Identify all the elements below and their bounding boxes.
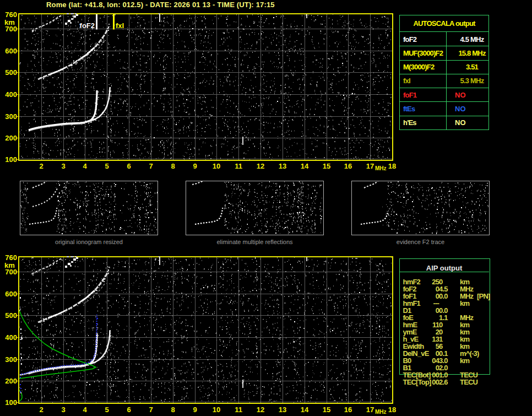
svg-text:foF2: foF2 [80, 21, 95, 30]
svg-text:fxI: fxI [116, 21, 124, 30]
